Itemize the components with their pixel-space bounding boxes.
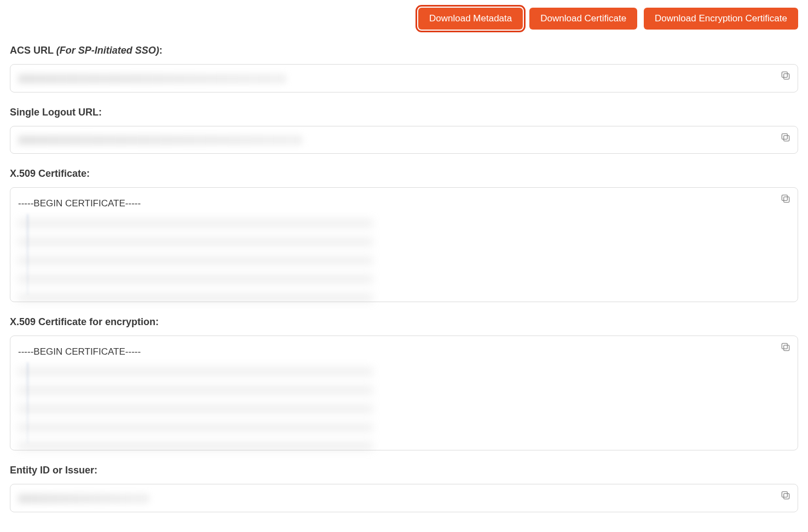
copy-icon[interactable] (779, 192, 792, 205)
single-logout-url-value (18, 135, 325, 145)
download-certificate-button[interactable]: Download Certificate (529, 8, 637, 30)
x509-certificate-encryption-header: -----BEGIN CERTIFICATE----- (18, 345, 790, 359)
x509-certificate-encryption-value-box: -----BEGIN CERTIFICATE----- (10, 336, 798, 450)
acs-url-label-suffix: : (159, 45, 163, 56)
x509-certificate-label: X.509 Certificate: (10, 168, 798, 180)
download-button-row: Download Metadata Download Certificate D… (10, 8, 798, 30)
x509-certificate-header: -----BEGIN CERTIFICATE----- (18, 196, 790, 211)
x509-certificate-encryption-label: X.509 Certificate for encryption: (10, 316, 798, 328)
single-logout-url-label: Single Logout URL: (10, 107, 798, 118)
download-encryption-certificate-button[interactable]: Download Encryption Certificate (644, 8, 798, 30)
svg-rect-1 (782, 72, 787, 78)
svg-rect-7 (782, 344, 787, 349)
x509-certificate-encryption-body (18, 362, 373, 450)
svg-rect-3 (782, 134, 787, 139)
single-logout-url-value-box (10, 126, 798, 154)
entity-id-value (18, 493, 171, 503)
copy-icon[interactable] (779, 340, 792, 354)
acs-url-value (18, 73, 308, 83)
download-metadata-button[interactable]: Download Metadata (418, 8, 523, 30)
svg-rect-9 (782, 492, 787, 498)
svg-rect-6 (784, 345, 789, 351)
copy-icon[interactable] (779, 131, 792, 144)
svg-rect-5 (782, 195, 787, 201)
acs-url-label-prefix: ACS URL (10, 45, 56, 56)
x509-certificate-body (18, 214, 373, 302)
svg-rect-8 (784, 494, 789, 499)
x509-certificate-value-box: -----BEGIN CERTIFICATE----- (10, 187, 798, 302)
entity-id-value-box (10, 484, 798, 512)
svg-rect-4 (784, 197, 789, 203)
copy-icon[interactable] (779, 489, 792, 502)
acs-url-label-italic: (For SP-Initiated SSO) (56, 45, 159, 56)
entity-id-label: Entity ID or Issuer: (10, 465, 798, 476)
copy-icon[interactable] (779, 69, 792, 82)
acs-url-value-box (10, 64, 798, 92)
acs-url-label: ACS URL (For SP-Initiated SSO): (10, 45, 798, 56)
svg-rect-0 (784, 74, 789, 79)
svg-rect-2 (784, 136, 789, 141)
